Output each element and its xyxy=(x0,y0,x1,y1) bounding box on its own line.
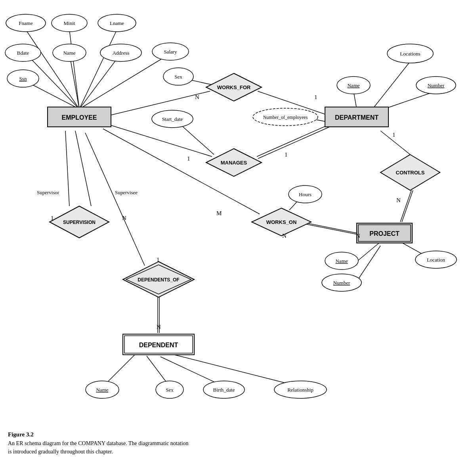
svg-line-23 xyxy=(301,222,361,234)
hours-attr: Hours xyxy=(299,191,312,197)
location-attr: Location xyxy=(427,257,445,263)
svg-line-1 xyxy=(69,30,79,109)
minit-attr: Minit xyxy=(64,20,75,26)
caption-line2: is introduced gradually throughout this … xyxy=(8,448,189,456)
card-n6: N xyxy=(157,324,161,330)
svg-line-5 xyxy=(79,54,121,109)
svg-line-37 xyxy=(174,355,299,386)
supervision-label: SUPERVISION xyxy=(63,220,96,225)
card-1b: 1 xyxy=(187,155,190,162)
svg-line-27 xyxy=(357,246,380,281)
svg-line-20 xyxy=(400,190,411,222)
svg-line-11 xyxy=(103,123,212,157)
card-1e: 1 xyxy=(392,132,396,138)
card-n2: N xyxy=(282,233,287,239)
sex-attr: Sex xyxy=(174,74,182,80)
svg-line-29 xyxy=(65,131,69,206)
card-m: M xyxy=(216,210,222,216)
birth-date-attr: Birth_date xyxy=(213,387,235,393)
card-1d: 1 xyxy=(51,215,54,221)
controls-label: CONTROLS xyxy=(396,170,425,176)
bdate-attr: Bdate xyxy=(17,50,29,56)
svg-line-30 xyxy=(75,131,91,206)
start-date-attr: Start_date xyxy=(162,116,183,122)
card-1c: 1 xyxy=(285,151,288,158)
project-label: PROJECT xyxy=(369,230,400,237)
card-1a: 1 xyxy=(314,94,317,100)
svg-line-24 xyxy=(301,223,361,235)
svg-line-0 xyxy=(26,30,79,109)
relationship-attr: Relationship xyxy=(287,387,314,393)
fname-attr: Fname xyxy=(19,20,33,26)
dept-name-attr: Name xyxy=(347,82,359,88)
caption-line1: An ER schema diagram for the COMPANY dat… xyxy=(8,439,189,448)
dependents-of-label: DEPENDENTS_OF xyxy=(138,277,179,283)
works-on-label: WORKS_ON xyxy=(266,219,297,225)
num-employees-attr: Number_of_employees xyxy=(263,115,308,120)
svg-line-26 xyxy=(357,242,380,262)
supervisor-label: Supervisor xyxy=(37,189,59,195)
dependent-label: DEPENDENT xyxy=(139,342,178,348)
card-n4: N xyxy=(122,215,126,221)
card-1f: 1 xyxy=(157,256,160,263)
svg-line-31 xyxy=(85,133,145,266)
works-for-label: WORKS_FOR xyxy=(217,84,251,90)
svg-line-19 xyxy=(380,131,410,155)
proj-name-attr: Name xyxy=(335,258,348,264)
er-diagram: EMPLOYEE DEPARTMENT PROJECT DEPENDENT WO… xyxy=(0,0,476,428)
supervisee-label: Supervisee xyxy=(115,189,138,195)
proj-number-attr: Number xyxy=(333,280,350,286)
ssn-attr: Ssn xyxy=(19,76,27,82)
figure-title: Figure 3.2 xyxy=(8,430,189,439)
locations-attr: Locations xyxy=(400,51,420,57)
figure-caption: Figure 3.2 An ER schema diagram for the … xyxy=(8,430,189,456)
dep-name-attr: Name xyxy=(96,387,108,393)
salary-attr: Salary xyxy=(164,49,177,55)
manages-label: MANAGES xyxy=(221,160,247,166)
svg-line-2 xyxy=(79,30,117,109)
lname-attr: Lname xyxy=(110,20,124,26)
svg-line-14 xyxy=(258,125,334,159)
dept-number-attr: Number xyxy=(428,82,445,88)
address-attr: Address xyxy=(113,50,130,56)
employee-label: EMPLOYEE xyxy=(62,114,97,121)
card-n5: N xyxy=(396,197,401,203)
department-label: DEPARTMENT xyxy=(335,114,379,121)
dep-sex-attr: Sex xyxy=(166,387,174,393)
svg-line-21 xyxy=(402,190,413,222)
card-n1: N xyxy=(195,94,199,100)
svg-line-6 xyxy=(79,54,170,109)
svg-line-13 xyxy=(257,123,333,157)
emp-name-attr: Name xyxy=(63,50,75,56)
card-n3: N xyxy=(356,233,360,239)
